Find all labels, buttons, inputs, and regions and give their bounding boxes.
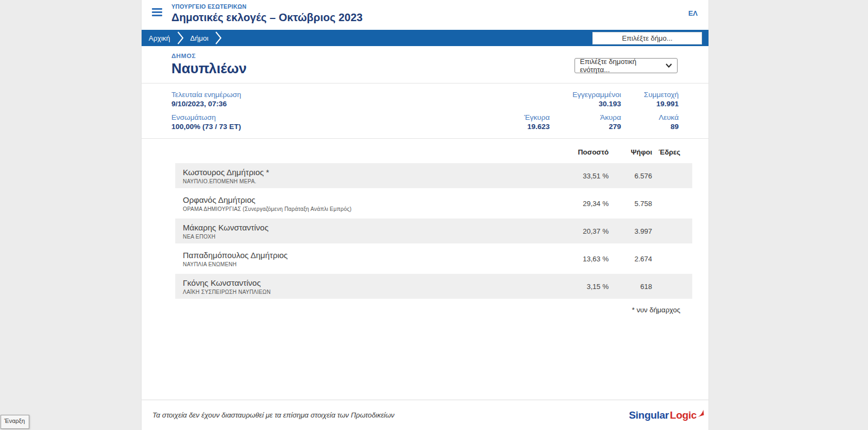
- results-table: Ποσοστό Ψήφοι Έδρες Κωστουρος Δημήτριος …: [175, 148, 692, 299]
- menu-icon[interactable]: [152, 8, 162, 18]
- registered-label: Εγγεγραμμένοι: [572, 91, 621, 99]
- table-row[interactable]: Ορφανός Δημήτριος ΟΡΑΜΑ ΔΗΜΙΟΥΡΓΙΑΣ (Συν…: [175, 191, 692, 216]
- turnout-value: 19.991: [644, 100, 679, 108]
- candidate-name: Γκόνης Κωνσταντίνος: [183, 278, 560, 287]
- party-name: ΝΕΑ ΕΠΟΧΗ: [183, 234, 560, 240]
- party-name: ΛΑΪΚΗ ΣΥΣΠΕΙΡΩΣΗ ΝΑΥΠΛΙΕΩΝ: [183, 289, 560, 295]
- valid-value: 19.623: [524, 123, 550, 131]
- column-header-seats: Έδρες: [652, 148, 680, 156]
- percent-value: 33,51 %: [560, 172, 609, 180]
- registered-stat: Εγγεγραμμένοι 30.193: [572, 91, 621, 108]
- municipal-unit-select[interactable]: Επιλέξτε δημοτική ενότητα...: [575, 58, 678, 73]
- blank-value: 89: [644, 123, 679, 131]
- last-update-value: 9/10/2023, 07:36: [171, 100, 241, 108]
- stats-left: Τελευταία ενημέρωση 9/10/2023, 07:36 Ενσ…: [171, 91, 241, 131]
- percent-value: 3,15 %: [560, 283, 609, 291]
- votes-value: 618: [609, 283, 652, 291]
- registered-value: 30.193: [572, 100, 621, 108]
- party-name: ΟΡΑΜΑ ΔΗΜΙΟΥΡΓΙΑΣ (Συνεργαζόμενη Παράταξ…: [183, 206, 560, 212]
- singularlogic-logo: Singular Logic: [629, 409, 704, 421]
- logo-text-logic: Logic: [670, 409, 697, 421]
- blank-stat: Λευκά 89: [644, 113, 679, 131]
- chevron-down-icon: [666, 63, 672, 68]
- logo-text-singular: Singular: [629, 409, 669, 421]
- last-update-stat: Τελευταία ενημέρωση 9/10/2023, 07:36: [171, 91, 241, 108]
- column-header-votes: Ψήφοι: [609, 148, 652, 156]
- turnout-label: Συμμετοχή: [644, 91, 679, 99]
- municipality-label: ΔΗΜΟΣ: [171, 53, 247, 59]
- column-header-percent: Ποσοστό: [560, 148, 609, 156]
- municipality-name: Ναυπλιέων: [171, 60, 247, 77]
- turnout-stat: Συμμετοχή 19.991: [644, 91, 679, 108]
- table-row[interactable]: Μάκαρης Κωνσταντίνος ΝΕΑ ΕΠΟΧΗ 20,37 % 3…: [175, 219, 692, 243]
- start-button-tooltip: Έναρξη: [1, 415, 29, 429]
- chevron-right-icon: [215, 31, 222, 45]
- integration-value: 100,00% (73 / 73 ΕΤ): [171, 123, 241, 131]
- ministry-label: ΥΠΟΥΡΓΕΙΟ ΕΣΩΤΕΡΙΚΩΝ: [171, 3, 362, 10]
- table-row[interactable]: Κωστουρος Δημήτριος * ΝΑΥΠΛΙΟ.ΕΠΟΜΕΝΗ ΜΕ…: [175, 163, 692, 188]
- integration-label: Ενσωμάτωση: [171, 113, 241, 121]
- content-area: ΥΠΟΥΡΓΕΙΟ ΕΣΩΤΕΡΙΚΩΝ Δημοτικές εκλογές –…: [141, 0, 709, 430]
- valid-stat: Έγκυρα 19.623: [524, 113, 550, 131]
- invalid-label: Άκυρα: [572, 113, 621, 121]
- votes-value: 3.997: [609, 227, 652, 235]
- candidate-name: Μάκαρης Κωνσταντίνος: [183, 223, 560, 232]
- candidate-name: Ορφανός Δημήτριος: [183, 195, 560, 204]
- incumbent-footnote: * νυν δήμαρχος: [142, 306, 680, 314]
- results-section: Ποσοστό Ψήφοι Έδρες Κωστουρος Δημήτριος …: [142, 138, 709, 400]
- last-update-label: Τελευταία ενημέρωση: [171, 91, 241, 99]
- party-name: ΝΑΥΠΛΙΟ.ΕΠΟΜΕΝΗ ΜΕΡΑ.: [183, 178, 560, 184]
- valid-label: Έγκυρα: [524, 113, 550, 121]
- municipality-header: ΔΗΜΟΣ Ναυπλιέων Επιλέξτε δημοτική ενότητ…: [142, 46, 709, 83]
- table-row[interactable]: Γκόνης Κωνσταντίνος ΛΑΪΚΗ ΣΥΣΠΕΙΡΩΣΗ ΝΑΥ…: [175, 274, 692, 299]
- invalid-stat: Άκυρα 279: [572, 113, 621, 131]
- header-titles: ΥΠΟΥΡΓΕΙΟ ΕΣΩΤΕΡΙΚΩΝ Δημοτικές εκλογές –…: [171, 3, 362, 24]
- votes-value: 6.576: [609, 172, 652, 180]
- page-title: Δημοτικές εκλογές – Οκτώβριος 2023: [171, 11, 362, 24]
- invalid-value: 279: [572, 123, 621, 131]
- integration-stat: Ενσωμάτωση 100,00% (73 / 73 ΕΤ): [171, 113, 241, 131]
- stats-section: Τελευταία ενημέρωση 9/10/2023, 07:36 Ενσ…: [142, 83, 709, 138]
- municipal-unit-select-value: Επιλέξτε δημοτική ενότητα...: [580, 57, 666, 74]
- percent-value: 13,63 %: [560, 255, 609, 263]
- chevron-right-icon: [177, 31, 184, 45]
- candidate-name: Κωστουρος Δημήτριος *: [183, 168, 560, 177]
- candidate-name: Παπαδημόπουλος Δημήτριος: [183, 251, 560, 260]
- table-header-row: Ποσοστό Ψήφοι Έδρες: [175, 148, 692, 156]
- municipality-title-block: ΔΗΜΟΣ Ναυπλιέων: [171, 53, 247, 77]
- breadcrumb-item-home[interactable]: Αρχική: [149, 34, 170, 42]
- page-footer: Τα στοιχεία δεν έχουν διασταυρωθεί με τα…: [142, 400, 709, 430]
- logo-swoosh-icon: [697, 409, 704, 418]
- blank-label: Λευκά: [644, 113, 679, 121]
- percent-value: 20,37 %: [560, 227, 609, 235]
- votes-value: 5.758: [609, 200, 652, 208]
- votes-value: 2.674: [609, 255, 652, 263]
- table-row[interactable]: Παπαδημόπουλος Δημήτριος ΝΑΥΠΛΙΑ ΕΝΩΜΕΝΗ…: [175, 246, 692, 271]
- breadcrumb-bar: Αρχική Δήμοι: [142, 30, 709, 46]
- stats-right: Εγγεγραμμένοι 30.193 Συμμετοχή 19.991 Έγ…: [524, 91, 679, 131]
- breadcrumb-item-municipalities[interactable]: Δήμοι: [190, 34, 209, 42]
- party-name: ΝΑΥΠΛΙΑ ΕΝΩΜΕΝΗ: [183, 261, 560, 267]
- data-disclaimer: Τα στοιχεία δεν έχουν διασταυρωθεί με τα…: [152, 411, 394, 419]
- app-header: ΥΠΟΥΡΓΕΙΟ ΕΣΩΤΕΡΙΚΩΝ Δημοτικές εκλογές –…: [142, 0, 709, 30]
- percent-value: 29,34 %: [560, 200, 609, 208]
- municipality-search-input[interactable]: [592, 32, 702, 44]
- language-toggle[interactable]: ΕΛ: [688, 9, 698, 17]
